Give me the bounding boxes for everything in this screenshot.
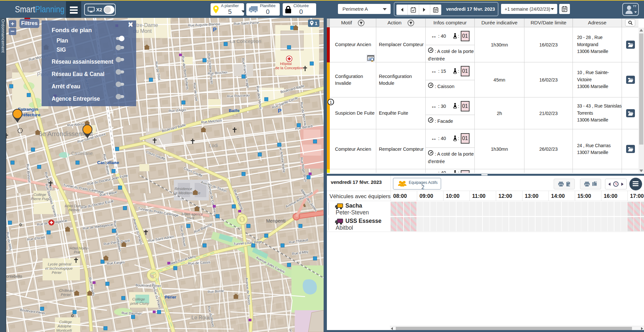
svg-text:Huot: Huot [187, 216, 194, 220]
svg-text:de la Conception: de la Conception [275, 66, 303, 70]
svg-text:✡: ✡ [19, 222, 22, 227]
svg-text:Prat: Prat [74, 250, 81, 254]
svg-text:Hôtel-agence: Hôtel-agence [182, 212, 203, 216]
svg-text:Résidence: Résidence [174, 187, 192, 191]
svg-text:Lycée général: Lycée général [48, 262, 71, 266]
svg-text:et technologique: et technologique [45, 266, 72, 270]
svg-text:Baille: Baille [229, 109, 239, 113]
svg-text:Château: Château [59, 288, 73, 292]
svg-text:Hôpital: Hôpital [280, 62, 292, 66]
svg-text:ontebello: ontebello [6, 274, 22, 279]
svg-text:Menpenti: Menpenti [266, 218, 286, 223]
svg-text:Hôtel Noilly-: Hôtel Noilly- [70, 246, 89, 250]
svg-text:Rue Daumier: Rue Daumier [122, 311, 142, 315]
svg-text:P: P [213, 27, 216, 33]
svg-text:privé Cluny: privé Cluny [130, 301, 149, 305]
svg-text:P: P [278, 108, 281, 114]
svg-text:Périer: Périer [52, 271, 62, 275]
svg-text:Monticelli: Monticelli [56, 328, 72, 332]
svg-text:Castellane: Castellane [71, 151, 93, 156]
svg-text:✡: ✡ [71, 313, 74, 318]
svg-text:La Conception: La Conception [230, 38, 261, 44]
svg-text:Collège: Collège [33, 193, 46, 197]
svg-text:Lodi: Lodi [209, 143, 218, 148]
svg-text:Collège: Collège [132, 297, 145, 301]
svg-text:Bernex: Bernex [69, 208, 80, 212]
svg-text:♞: ♞ [303, 203, 307, 208]
svg-text:Collège: Collège [59, 320, 72, 324]
svg-text:Périer: Périer [165, 295, 176, 300]
svg-text:Périer: Périer [61, 293, 71, 297]
svg-text:Adolphe: Adolphe [57, 324, 71, 328]
